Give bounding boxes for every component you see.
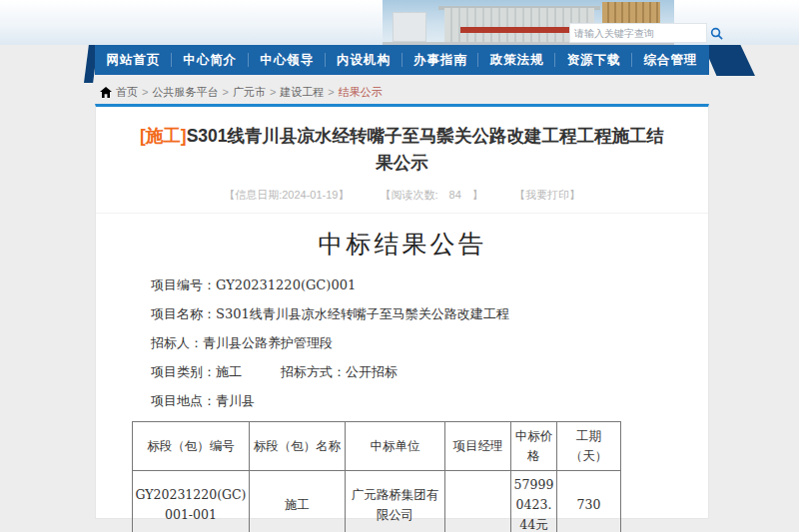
nav-item-policies[interactable]: 政策法规 (478, 45, 555, 75)
nav-item-home[interactable]: 网站首页 (95, 45, 172, 75)
search-box (569, 23, 707, 43)
main-nav: 网站首页 中心简介 中心领导 内设机构 办事指南 政策法规 资源下载 综合管理 (95, 45, 709, 75)
nav-item-downloads[interactable]: 资源下载 (555, 45, 632, 75)
detail-project-number: 项目编号：GY20231220(GC)001 (151, 276, 708, 294)
col-section-name: 标段（包）名称 (250, 422, 346, 471)
cell-duration: 730 (557, 471, 621, 532)
col-winning-bidder: 中标单位 (346, 422, 445, 471)
breadcrumb-item-city[interactable]: 广元市 (233, 85, 266, 100)
detail-project-name: 项目名称：S301线青川县凉水经转嘴子至马鬃关公路改建工程 (151, 305, 708, 323)
breadcrumb-item-construction[interactable]: 建设工程 (280, 85, 324, 100)
announcement-heading: 中标结果公告 (96, 228, 708, 261)
nav-item-leaders[interactable]: 中心领导 (249, 45, 326, 75)
home-icon (100, 87, 112, 98)
cell-section-number: GY20231220(GC)001-001 (133, 471, 250, 532)
nav-item-guide[interactable]: 办事指南 (402, 45, 479, 75)
search-icon[interactable] (710, 25, 723, 41)
breadcrumb-item-results: 结果公示 (339, 85, 383, 100)
nav-item-intro[interactable]: 中心简介 (172, 45, 249, 75)
breadcrumb-separator: > (222, 86, 228, 98)
article-meta: 【信息日期:2024-01-19】 【阅读次数: 84 】 【我要打印】 (96, 188, 708, 214)
meta-views: 【阅读次数: 84 】 (381, 189, 483, 201)
nav-item-admin[interactable]: 综合管理 (632, 45, 709, 75)
print-button[interactable]: 【我要打印】 (514, 189, 580, 201)
col-bid-price: 中标价格 (511, 422, 557, 471)
breadcrumb: 首页 > 公共服务平台 > 广元市 > 建设工程 > 结果公示 (100, 84, 699, 100)
detail-location: 项目地点：青川县 (151, 392, 708, 410)
bid-result-table: 标段（包）编号 标段（包）名称 中标单位 项目经理 中标价格 工期（天） GY2… (132, 421, 621, 532)
detail-tenderer: 招标人：青川县公路养护管理段 (151, 334, 708, 352)
cell-project-manager (445, 471, 511, 532)
breadcrumb-separator: > (270, 86, 276, 98)
article-title: [施工]S301线青川县凉水经转嘴子至马鬃关公路改建工程工程施工结果公示 (136, 123, 668, 177)
project-details: 项目编号：GY20231220(GC)001 项目名称：S301线青川县凉水经转… (151, 276, 708, 410)
building-red-banner (460, 27, 578, 33)
table-header-row: 标段（包）编号 标段（包）名称 中标单位 项目经理 中标价格 工期（天） (133, 422, 621, 471)
breadcrumb-item-home[interactable]: 首页 (116, 85, 138, 100)
col-project-manager: 项目经理 (445, 422, 511, 471)
col-duration: 工期（天） (557, 422, 621, 471)
site-header (0, 0, 799, 45)
col-section-number: 标段（包）编号 (133, 422, 250, 471)
cell-section-name: 施工 (250, 471, 346, 532)
cell-winning-bidder: 广元路桥集团有限公司 (346, 471, 445, 532)
breadcrumb-separator: > (328, 86, 334, 98)
breadcrumb-separator: > (142, 86, 148, 98)
breadcrumb-item-service-platform[interactable]: 公共服务平台 (152, 85, 218, 100)
search-input[interactable] (570, 28, 710, 39)
table-row: GY20231220(GC)001-001 施工 广元路桥集团有限公司 5799… (133, 471, 621, 532)
article-tag: [施工] (140, 126, 187, 146)
nav-ribbon-fold-right (703, 45, 755, 76)
meta-date: 【信息日期:2024-01-19】 (224, 189, 349, 201)
article-title-text: S301线青川县凉水经转嘴子至马鬃关公路改建工程工程施工结果公示 (187, 126, 664, 173)
page: 网站首页 中心简介 中心领导 内设机构 办事指南 政策法规 资源下载 综合管理 … (0, 0, 799, 532)
detail-category-method: 项目类别：施工 招标方式：公开招标 (151, 363, 708, 381)
article-card: [施工]S301线青川县凉水经转嘴子至马鬃关公路改建工程工程施工结果公示 【信息… (95, 104, 709, 519)
cell-bid-price: 579990423.44元 (511, 471, 557, 532)
nav-item-orgs[interactable]: 内设机构 (326, 45, 402, 75)
building-shape (393, 12, 426, 42)
